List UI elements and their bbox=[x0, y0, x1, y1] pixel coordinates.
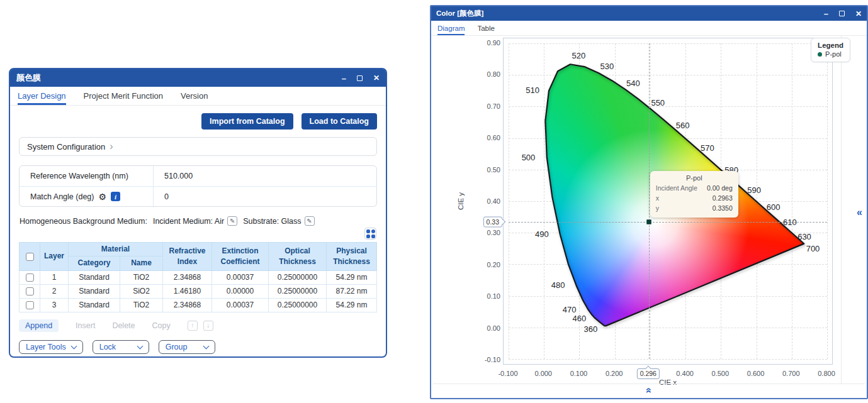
maximize-icon[interactable] bbox=[357, 75, 363, 81]
layer-cell: 1 bbox=[40, 270, 69, 284]
layer-cell: TiO2 bbox=[120, 298, 163, 312]
move-down-button[interactable]: ↓ bbox=[203, 321, 213, 331]
row-checkbox[interactable] bbox=[26, 301, 34, 309]
layer-cell: TiO2 bbox=[120, 270, 163, 284]
x-cursor-callout[interactable]: 0.296 bbox=[637, 368, 660, 379]
wavelength-label: 610 bbox=[783, 218, 797, 227]
info-icon[interactable]: i bbox=[111, 192, 120, 201]
layer-row[interactable]: 2StandardSiO21.461800.000000.2500000087.… bbox=[20, 284, 377, 298]
system-configuration-expander[interactable]: System Configuration › bbox=[19, 137, 377, 156]
collapse-panel-left-icon[interactable]: « bbox=[857, 207, 862, 218]
background-medium-label: Homogeneous Background Medium: bbox=[20, 217, 147, 226]
row-checkbox[interactable] bbox=[26, 273, 34, 282]
y-tick-label: 0.40 bbox=[487, 197, 500, 205]
layer-cell: 54.29 nm bbox=[327, 298, 377, 312]
wavelength-label: 360 bbox=[584, 324, 598, 333]
wavelength-label: 540 bbox=[626, 78, 640, 87]
tooltip-title: P-pol bbox=[656, 174, 733, 182]
col-layer: Layer bbox=[40, 243, 69, 271]
layer-row[interactable]: 1StandardTiO22.348680.000370.2500000054.… bbox=[20, 270, 377, 284]
layer-row[interactable]: 3StandardTiO22.348680.000370.2500000054.… bbox=[20, 298, 377, 312]
tab-project-merit-function[interactable]: Project Merit Function bbox=[84, 87, 163, 105]
panel-divider bbox=[841, 36, 842, 384]
tooltip-row: y0.3350 bbox=[656, 204, 733, 214]
tab-table[interactable]: Table bbox=[477, 21, 495, 35]
layer-design-window: 颜色膜 – ✕ Layer Design Project Merit Funct… bbox=[9, 68, 387, 358]
edit-substrate-icon[interactable]: ✎ bbox=[305, 216, 315, 226]
wavelength-label: 700 bbox=[806, 244, 820, 253]
tab-diagram[interactable]: Diagram bbox=[437, 21, 465, 35]
delete-button[interactable]: Delete bbox=[112, 321, 135, 330]
col-optical-thickness: Optical Thickness bbox=[269, 243, 327, 271]
cursor-vertical-line bbox=[649, 43, 650, 359]
copy-button[interactable]: Copy bbox=[152, 321, 171, 330]
settings-card: Reference Wavelength (nm) 510.000 Match … bbox=[19, 165, 377, 207]
lock-dropdown[interactable]: Lock bbox=[93, 340, 149, 354]
tab-layer-design[interactable]: Layer Design bbox=[18, 87, 66, 105]
minimize-icon[interactable]: – bbox=[342, 74, 346, 82]
incident-medium-value: Incident Medium: Air bbox=[153, 217, 224, 226]
wavelength-label: 630 bbox=[798, 232, 811, 241]
x-axis-title: CIE x bbox=[503, 378, 833, 386]
layer-tools-label: Layer Tools bbox=[26, 343, 66, 351]
row-checkbox-cell bbox=[20, 298, 40, 312]
y-tick-label: 0.20 bbox=[487, 261, 500, 268]
reference-wavelength-field[interactable]: 510.000 bbox=[153, 166, 376, 186]
substrate-value: Substrate: Glass bbox=[243, 217, 301, 226]
lock-label: Lock bbox=[99, 343, 116, 351]
p-pol-data-point[interactable] bbox=[646, 219, 651, 224]
table-settings-icon[interactable] bbox=[364, 228, 376, 240]
wavelength-label: 480 bbox=[551, 280, 565, 290]
layer-cell: 54.29 nm bbox=[327, 270, 377, 284]
layer-cell: 1.46180 bbox=[163, 284, 212, 298]
layer-cell: 0.25000000 bbox=[269, 298, 327, 312]
insert-button[interactable]: Insert bbox=[76, 321, 95, 330]
match-angle-field[interactable]: 0 bbox=[153, 187, 376, 206]
maximize-icon[interactable] bbox=[839, 11, 845, 16]
select-all-checkbox[interactable] bbox=[26, 253, 34, 261]
layer-cell: Standard bbox=[69, 298, 120, 312]
y-tick-label: -0.10 bbox=[485, 356, 500, 363]
left-titlebar[interactable]: 颜色膜 – ✕ bbox=[10, 69, 386, 87]
chevron-down-icon bbox=[203, 343, 209, 349]
move-up-button[interactable]: ↑ bbox=[188, 321, 198, 331]
x-tick-label: 0.400 bbox=[676, 370, 694, 377]
close-icon[interactable]: ✕ bbox=[373, 74, 380, 82]
wavelength-label: 490 bbox=[535, 229, 549, 238]
wavelength-label: 600 bbox=[767, 202, 781, 212]
y-cursor-callout[interactable]: 0.33 bbox=[483, 216, 502, 227]
col-material: Material bbox=[69, 243, 163, 257]
layer-cell: 0.00037 bbox=[212, 298, 269, 312]
layer-cell: 0.25000000 bbox=[269, 270, 327, 284]
layer-table: Layer Material Refractive Index Extincti… bbox=[19, 242, 377, 312]
right-titlebar[interactable]: Color [颜色膜] – ✕ bbox=[431, 6, 867, 21]
layer-cell: Standard bbox=[69, 270, 120, 284]
chart-canvas[interactable]: 5205305405505605705805906006106307005105… bbox=[509, 43, 827, 359]
y-tick-label: 0.90 bbox=[487, 39, 500, 47]
tab-version[interactable]: Version bbox=[181, 87, 208, 105]
y-tick-label: 0.70 bbox=[487, 102, 500, 110]
minimize-icon[interactable]: – bbox=[824, 9, 828, 18]
legend-entry[interactable]: P-pol bbox=[818, 50, 843, 58]
import-from-catalog-button[interactable]: Import from Catalog bbox=[201, 113, 293, 130]
color-diagram-window: Color [颜色膜] – ✕ Diagram Table CIE y 0.90… bbox=[430, 5, 868, 399]
append-button[interactable]: Append bbox=[19, 319, 59, 332]
edit-incident-medium-icon[interactable]: ✎ bbox=[227, 216, 237, 226]
wavelength-label: 520 bbox=[572, 51, 585, 60]
chevron-down-icon bbox=[70, 343, 77, 349]
match-angle-row: Match Angle (deg) ⚙ i 0 bbox=[20, 186, 376, 206]
wavelength-label: 590 bbox=[747, 185, 761, 194]
gear-icon[interactable]: ⚙ bbox=[98, 192, 106, 201]
close-icon[interactable]: ✕ bbox=[855, 10, 862, 18]
legend-title: Legend bbox=[818, 41, 843, 49]
y-axis-ticks: 0.900.800.700.600.500.400.300.200.100.00… bbox=[456, 43, 500, 360]
collapse-panel-up-icon[interactable]: « bbox=[644, 388, 654, 394]
group-dropdown[interactable]: Group bbox=[159, 340, 215, 354]
row-checkbox[interactable] bbox=[26, 287, 34, 295]
layer-tools-dropdown[interactable]: Layer Tools bbox=[19, 340, 83, 354]
y-tick-label: 0.60 bbox=[487, 134, 500, 141]
load-to-catalog-button[interactable]: Load to Catalog bbox=[302, 113, 377, 130]
layer-cell: 2.34868 bbox=[163, 298, 212, 312]
bottom-divider bbox=[433, 384, 865, 384]
layer-cell: 2.34868 bbox=[163, 270, 212, 284]
